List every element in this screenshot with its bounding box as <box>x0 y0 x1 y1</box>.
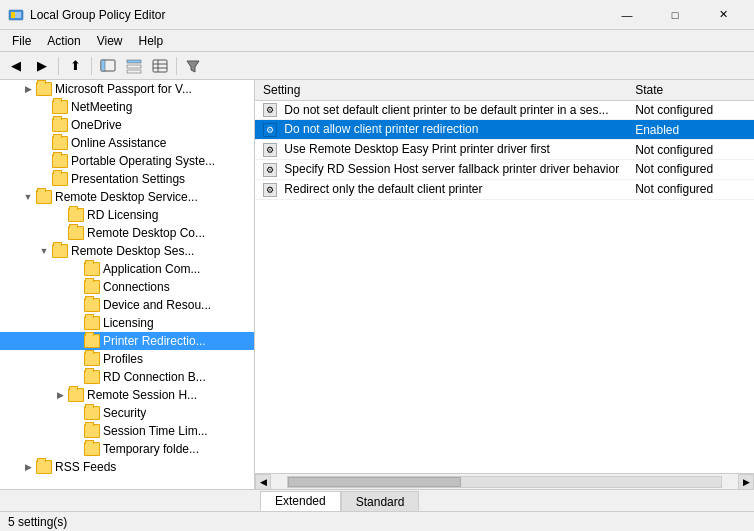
tree-label-device-resource: Device and Resou... <box>103 298 211 312</box>
forward-button[interactable]: ▶ <box>30 55 54 77</box>
maximize-button[interactable]: □ <box>652 0 698 30</box>
tree-item-rds-session[interactable]: ▼ Remote Desktop Ses... <box>0 242 254 260</box>
tree-item-app-compat[interactable]: ▶ Application Com... <box>0 260 254 278</box>
tree-label-rds: Remote Desktop Service... <box>55 190 198 204</box>
table-row[interactable]: ⚙ Redirect only the default client print… <box>255 179 754 199</box>
svg-rect-6 <box>127 65 141 68</box>
folder-icon <box>68 208 84 222</box>
list-view-button[interactable] <box>122 55 146 77</box>
tree-item-rd-connection[interactable]: ▶ RD Connection B... <box>0 368 254 386</box>
tree-item-portable-os[interactable]: ▶ Portable Operating Syste... <box>0 152 254 170</box>
tree-item-temp-folders[interactable]: ▶ Temporary folde... <box>0 440 254 458</box>
tree-item-rds[interactable]: ▼ Remote Desktop Service... <box>0 188 254 206</box>
toolbar-separator-3 <box>176 57 177 75</box>
folder-icon <box>84 316 100 330</box>
hscroll-right-button[interactable]: ▶ <box>738 474 754 490</box>
tab-standard[interactable]: Standard <box>341 491 420 511</box>
tree-item-connections[interactable]: ▶ Connections <box>0 278 254 296</box>
folder-icon <box>84 352 100 366</box>
cell-state: Not configured <box>627 140 754 160</box>
tree-item-rss-feeds[interactable]: ▶ RSS Feeds <box>0 458 254 476</box>
svg-rect-2 <box>11 12 15 18</box>
back-button[interactable]: ◀ <box>4 55 28 77</box>
folder-icon <box>52 244 68 258</box>
show-hide-button[interactable] <box>96 55 120 77</box>
tree-item-security[interactable]: ▶ Security <box>0 404 254 422</box>
row-icon: ⚙ <box>263 143 277 157</box>
title-bar: Local Group Policy Editor — □ ✕ <box>0 0 754 30</box>
row-icon: ⚙ <box>263 103 277 117</box>
toolbar: ◀ ▶ ⬆ <box>0 52 754 80</box>
folder-icon <box>84 334 100 348</box>
expander-rds-session[interactable]: ▼ <box>36 243 52 259</box>
cell-setting: ⚙ Do not set default client printer to b… <box>255 100 627 120</box>
tree-label-rd-licensing: RD Licensing <box>87 208 158 222</box>
tree-item-online-assistance[interactable]: ▶ Online Assistance <box>0 134 254 152</box>
col-header-setting[interactable]: Setting <box>255 80 627 100</box>
cell-state: Not configured <box>627 159 754 179</box>
tree-item-remote-session[interactable]: ▶ Remote Session H... <box>0 386 254 404</box>
folder-icon <box>84 406 100 420</box>
tab-extended[interactable]: Extended <box>260 491 341 511</box>
detail-view-button[interactable] <box>148 55 172 77</box>
tree-label-licensing: Licensing <box>103 316 154 330</box>
tree-label-printer-redir: Printer Redirectio... <box>103 334 206 348</box>
expander-microsoft-passport[interactable]: ▶ <box>20 81 36 97</box>
window-title: Local Group Policy Editor <box>30 8 165 22</box>
tree-label-app-compat: Application Com... <box>103 262 200 276</box>
minimize-button[interactable]: — <box>604 0 650 30</box>
tree-item-device-resource[interactable]: ▶ Device and Resou... <box>0 296 254 314</box>
tree-label-profiles: Profiles <box>103 352 143 366</box>
tree-label-remote-desktop-co: Remote Desktop Co... <box>87 226 205 240</box>
tree-panel[interactable]: ▶ Microsoft Passport for V... ▶ NetMeeti… <box>0 80 255 489</box>
tree-item-profiles[interactable]: ▶ Profiles <box>0 350 254 368</box>
expander-rss-feeds[interactable]: ▶ <box>20 459 36 475</box>
tree-item-netmeeting[interactable]: ▶ NetMeeting <box>0 98 254 116</box>
tree-label-security: Security <box>103 406 146 420</box>
folder-icon <box>52 118 68 132</box>
folder-icon <box>36 82 52 96</box>
tree-item-rd-licensing[interactable]: ▶ RD Licensing <box>0 206 254 224</box>
tree-item-microsoft-passport[interactable]: ▶ Microsoft Passport for V... <box>0 80 254 98</box>
table-row[interactable]: ⚙ Do not set default client printer to b… <box>255 100 754 120</box>
menu-action[interactable]: Action <box>39 32 88 50</box>
tree-label-portable-os: Portable Operating Syste... <box>71 154 215 168</box>
close-button[interactable]: ✕ <box>700 0 746 30</box>
svg-rect-8 <box>153 60 167 72</box>
expander-rds[interactable]: ▼ <box>20 189 36 205</box>
tree-label-microsoft-passport: Microsoft Passport for V... <box>55 82 192 96</box>
tree-item-onedrive[interactable]: ▶ OneDrive <box>0 116 254 134</box>
folder-icon <box>52 154 68 168</box>
hscroll-track[interactable] <box>287 476 722 488</box>
table-row[interactable]: ⚙ Use Remote Desktop Easy Print printer … <box>255 140 754 160</box>
hscroll-thumb[interactable] <box>288 477 461 487</box>
menu-file[interactable]: File <box>4 32 39 50</box>
detail-table[interactable]: Setting State ⚙ Do not set default clien… <box>255 80 754 473</box>
tree-label-netmeeting: NetMeeting <box>71 100 132 114</box>
cell-state: Not configured <box>627 179 754 199</box>
folder-icon <box>68 226 84 240</box>
app-icon <box>8 7 24 23</box>
folder-icon <box>52 136 68 150</box>
tabs-bar: Extended Standard <box>0 489 754 511</box>
tree-item-remote-desktop-co[interactable]: ▶ Remote Desktop Co... <box>0 224 254 242</box>
table-row[interactable]: ⚙ Specify RD Session Host server fallbac… <box>255 159 754 179</box>
tree-label-rd-connection: RD Connection B... <box>103 370 206 384</box>
up-button[interactable]: ⬆ <box>63 55 87 77</box>
hscroll-left-button[interactable]: ◀ <box>255 474 271 490</box>
horizontal-scrollbar[interactable]: ◀ ▶ <box>255 473 754 489</box>
cell-state-selected: Enabled <box>627 120 754 140</box>
menu-view[interactable]: View <box>89 32 131 50</box>
tree-item-licensing[interactable]: ▶ Licensing <box>0 314 254 332</box>
tree-item-printer-redir[interactable]: ▶ Printer Redirectio... <box>0 332 254 350</box>
menu-help[interactable]: Help <box>131 32 172 50</box>
tree-label-presentation-settings: Presentation Settings <box>71 172 185 186</box>
row-icon: ⚙ <box>263 163 277 177</box>
window-controls: — □ ✕ <box>604 0 746 30</box>
col-header-state[interactable]: State <box>627 80 754 100</box>
expander-remote-session[interactable]: ▶ <box>52 387 68 403</box>
tree-item-presentation-settings[interactable]: ▶ Presentation Settings <box>0 170 254 188</box>
tree-item-session-time[interactable]: ▶ Session Time Lim... <box>0 422 254 440</box>
filter-button[interactable] <box>181 55 205 77</box>
table-row-selected[interactable]: ⚙ Do not allow client printer redirectio… <box>255 120 754 140</box>
